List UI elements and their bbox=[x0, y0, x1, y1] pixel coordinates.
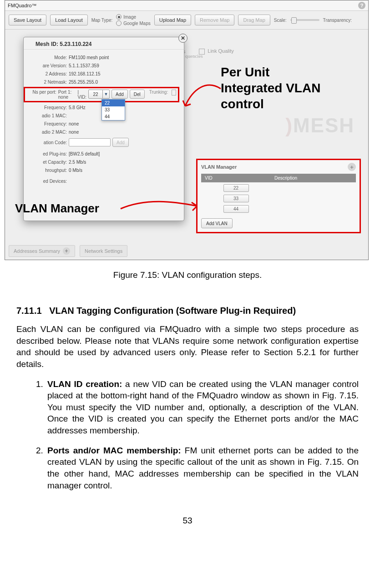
map-type-image-radio[interactable]: Image bbox=[116, 14, 150, 20]
vid-cell-44[interactable]: 44 bbox=[223, 205, 249, 213]
map-type-google-radio[interactable]: Google Maps bbox=[116, 20, 150, 26]
save-layout-button[interactable]: Save Layout bbox=[9, 15, 46, 25]
capacity-value: 2.5 Mb/s bbox=[69, 160, 86, 165]
scale-slider[interactable] bbox=[290, 19, 319, 21]
help-icon[interactable]: ? bbox=[358, 2, 365, 9]
slider-thumb-icon[interactable] bbox=[291, 17, 297, 24]
version-value: 5.1.1.1537.359 bbox=[69, 63, 99, 68]
annotation-per-unit: Per Unit Integrated VLAN control bbox=[221, 64, 320, 112]
figure-screenshot: FMQuadro™ ? Save Layout Load Layout Map … bbox=[5, 0, 369, 260]
vid-label: | VID: bbox=[78, 90, 86, 100]
netmask-label: 2 Netmask: bbox=[24, 80, 69, 85]
background-tabs: hings Link Quality bbox=[173, 40, 362, 62]
vid-dropdown-list: 22 33 44 bbox=[101, 99, 125, 121]
tab-addresses-summary[interactable]: Addresses Summary + bbox=[9, 245, 75, 257]
trunking-label: Trunking: bbox=[149, 90, 168, 95]
table-row: 22 bbox=[201, 182, 356, 193]
throughput-label: hroughput: bbox=[24, 168, 69, 173]
arrow-icon bbox=[182, 75, 223, 116]
list-item: VLAN ID creation: a new VID can be creat… bbox=[46, 378, 359, 437]
radio2mac-label: adio 2 MAC: bbox=[24, 130, 69, 135]
remove-map-button[interactable]: Remove Map bbox=[195, 15, 234, 25]
background-watermark: )MESH bbox=[285, 114, 355, 137]
vlan-manager-title: VLAN Manager bbox=[201, 164, 237, 170]
upload-map-button[interactable]: Upload Map bbox=[154, 15, 191, 25]
vid-option-44[interactable]: 44 bbox=[102, 113, 125, 120]
vid-cell-33[interactable]: 33 bbox=[223, 195, 249, 202]
col-desc-header: Description bbox=[271, 174, 356, 182]
vid-del-button[interactable]: Del bbox=[130, 90, 145, 99]
vlan-manager-panel: VLAN Manager + VID Description 22 33 44 … bbox=[196, 159, 361, 233]
activation-add-button[interactable]: Add bbox=[112, 138, 129, 147]
activation-code-input[interactable] bbox=[69, 138, 111, 146]
list-item: Ports and/or MAC membership: FM unit eth… bbox=[46, 445, 359, 492]
vid-cell-22[interactable]: 22 bbox=[223, 184, 249, 192]
load-layout-button[interactable]: Load Layout bbox=[50, 15, 88, 25]
radio2mac-value: none bbox=[69, 130, 79, 135]
vid-option-22[interactable]: 22 bbox=[102, 100, 125, 106]
map-type-label: Map Type: bbox=[91, 18, 113, 23]
table-row: 33 bbox=[201, 193, 356, 203]
vid-selected-value: 22 bbox=[89, 92, 102, 97]
vlan-table: VID Description 22 33 44 bbox=[201, 174, 356, 214]
devices-label: ed Devices: bbox=[24, 179, 69, 184]
throughput-value: 0 Mb/s bbox=[69, 168, 82, 173]
freq1-value: 5.8 GHz bbox=[69, 105, 86, 110]
col-vid-header: VID bbox=[201, 174, 271, 182]
plus-icon: + bbox=[63, 247, 70, 255]
netmask-value: 255.255.255.0 bbox=[69, 80, 98, 85]
arrow-icon bbox=[119, 197, 201, 220]
mode-value: FM1100 mesh point bbox=[69, 55, 109, 60]
transparency-label: Transparency: bbox=[323, 18, 352, 23]
per-unit-vlan-control: Ns per port: Port 1: none | VID: 22 ▼ Ad… bbox=[24, 87, 179, 102]
freq1-label: Frequency: bbox=[24, 105, 69, 110]
vid-option-33[interactable]: 33 bbox=[102, 106, 125, 113]
mode-label: Mode: bbox=[24, 55, 69, 60]
page-number: 53 bbox=[0, 516, 375, 526]
activation-label: ation Code: bbox=[24, 140, 67, 145]
capacity-label: et Capacity: bbox=[24, 160, 69, 165]
figure-caption: Figure 7.15: VLAN configuration steps. bbox=[0, 270, 375, 280]
plus-icon[interactable]: + bbox=[348, 163, 356, 171]
bottom-tabs: Addresses Summary + Network Settings bbox=[9, 245, 127, 257]
app-titlebar: FMQuadro™ ? bbox=[5, 0, 368, 11]
version-label: are Version: bbox=[24, 63, 69, 68]
section-heading: 7.11.1 VLAN Tagging Configuration (Softw… bbox=[16, 306, 359, 316]
trunking-checkbox[interactable] bbox=[172, 90, 176, 95]
vid-dropdown[interactable]: 22 ▼ bbox=[88, 90, 110, 99]
intro-paragraph: Each VLAN can be configured via FMQuadro… bbox=[16, 323, 359, 370]
app-title: FMQuadro™ bbox=[8, 3, 37, 8]
bg-tab-fragment2: quencies bbox=[185, 53, 203, 59]
add-vlan-button[interactable]: Add VLAN bbox=[201, 218, 233, 228]
table-row: 44 bbox=[201, 203, 356, 214]
vid-add-button[interactable]: Add bbox=[111, 90, 128, 99]
mesh-info-popup: ✕ Mesh ID: 5.23.110.224 Mode:FM1100 mesh… bbox=[23, 37, 184, 221]
app-toolbar: Save Layout Load Layout Map Type: Image … bbox=[5, 11, 368, 30]
scale-label: Scale: bbox=[274, 18, 287, 23]
tab-network-settings[interactable]: Network Settings bbox=[80, 245, 127, 257]
plugins-value: [BW2.5 default] bbox=[69, 151, 100, 156]
address-label: 2 Address: bbox=[24, 71, 69, 76]
port1-value: Port 1: none bbox=[58, 90, 76, 100]
address-value: 192.168.112.15 bbox=[69, 71, 101, 76]
radio1mac-label: adio 1 MAC: bbox=[24, 113, 69, 118]
bg-tab-link-quality: Link Quality bbox=[199, 48, 233, 55]
freq2-label: Frequency: bbox=[24, 121, 69, 126]
close-icon[interactable]: ✕ bbox=[178, 34, 188, 43]
ports-label: Ns per port: bbox=[27, 90, 56, 95]
radio-selected-icon bbox=[116, 14, 122, 20]
freq2-value: none bbox=[69, 121, 79, 126]
popup-title: Mesh ID: 5.23.110.224 bbox=[35, 41, 91, 47]
radio-empty-icon bbox=[116, 20, 122, 26]
chevron-down-icon: ▼ bbox=[102, 90, 109, 98]
plugins-label: ed Plug-ins: bbox=[24, 151, 69, 156]
annotation-vlan-manager: VLAN Manager bbox=[15, 201, 99, 216]
drag-map-button[interactable]: Drag Map bbox=[238, 15, 270, 25]
